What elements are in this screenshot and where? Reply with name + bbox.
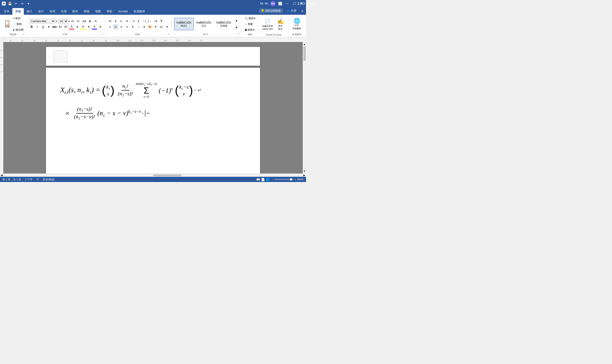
ribbon-expand-button[interactable]: ∧ <box>300 8 305 13</box>
minimize-button[interactable]: ─ <box>285 1 290 6</box>
document-scroll[interactable]: Xe1(s, n1, k1) = ( k1 s ) <box>3 42 303 173</box>
scroll-up-button[interactable]: ▲ <box>303 42 306 46</box>
share-button[interactable]: 👤 共享 <box>284 8 299 14</box>
line-spacing-dropdown[interactable]: ▾ <box>141 24 147 29</box>
copy-button[interactable]: 📄 复制 <box>12 21 25 26</box>
view-print-button[interactable]: 📄 <box>261 178 265 181</box>
undo-button[interactable]: ↩ <box>13 1 19 6</box>
underline-button[interactable]: U <box>41 24 46 29</box>
tab-acrobat[interactable]: Acrobat <box>115 8 131 15</box>
borders-dropdown[interactable]: ▾ <box>165 24 170 29</box>
styles-expand-icon[interactable]: ↘ <box>237 32 239 36</box>
scroll-right-button[interactable]: ▶ <box>303 174 306 177</box>
scroll-down-button[interactable]: ▼ <box>303 169 306 173</box>
tab-help[interactable]: 帮助 <box>104 8 115 15</box>
clipboard-expand-icon[interactable]: ↘ <box>23 32 25 36</box>
scroll-thumb[interactable] <box>303 47 306 61</box>
font-color-button[interactable]: A <box>69 24 74 29</box>
ribbon-collapse-button[interactable]: ⬜ <box>278 1 283 6</box>
tab-design[interactable]: 设计 <box>35 8 47 15</box>
tab-layout[interactable]: 布局 <box>47 8 58 15</box>
superscript-button[interactable]: X2 <box>63 24 69 29</box>
zoom-in-button[interactable]: + <box>294 178 296 181</box>
tab-file[interactable]: 文件 <box>1 8 12 15</box>
request-sign-button[interactable]: ✍ 请求签名 <box>274 18 286 31</box>
styles-scroll-up[interactable]: ▲ <box>234 18 239 23</box>
show-formatting-button[interactable]: ¶ <box>159 19 164 24</box>
tab-home[interactable]: 开始 <box>12 8 24 15</box>
subscript-button[interactable]: X2 <box>57 24 63 29</box>
zoom-slider[interactable] <box>274 179 293 180</box>
borders-button[interactable]: ⊡ <box>159 24 164 29</box>
font-expand-icon[interactable]: ↘ <box>101 32 103 36</box>
save-button[interactable]: 💾 <box>7 1 12 6</box>
select-dropdown[interactable]: ▾ <box>253 28 255 31</box>
tab-youdao[interactable]: 有道翻译 <box>131 8 148 15</box>
cut-button[interactable]: ✂ 剪切 <box>12 16 25 21</box>
search-operation-box[interactable]: 💡 操作说明搜索 <box>259 9 283 13</box>
quick-access-dropdown[interactable]: ▾ <box>26 1 31 6</box>
view-web-button[interactable]: 🌐 <box>266 178 270 181</box>
italic-button[interactable]: I <box>35 24 40 29</box>
strikethrough-button[interactable]: abc <box>52 24 57 29</box>
zoom-out-button[interactable]: − <box>272 178 273 181</box>
create-pdf-button[interactable]: 📄 创建并共享Adobe PDF <box>261 18 274 31</box>
font-size-dropdown-icon[interactable]: ▾ <box>69 20 70 23</box>
tab-review[interactable]: 审阅 <box>81 8 92 15</box>
align-left-button[interactable]: ≡ <box>107 24 112 29</box>
clear-format-button[interactable]: A̶ <box>87 19 93 24</box>
style-item-1[interactable]: AaBbCcDc 样式1 <box>174 18 194 30</box>
highlight-dropdown[interactable]: ▾ <box>86 24 91 29</box>
multilevel-dropdown[interactable]: ▾ <box>136 19 141 24</box>
tab-references[interactable]: 引用 <box>58 8 70 15</box>
styles-scroll-down[interactable]: ▼ <box>234 25 239 30</box>
font-family-select[interactable]: Cambria Mat <box>29 19 55 24</box>
decrease-font-button[interactable]: A- <box>76 19 81 24</box>
format-painter-button[interactable]: 🖌 格式刷 <box>12 27 25 32</box>
font-color-dropdown[interactable]: ▾ <box>75 24 80 29</box>
font-size-select[interactable]: 小四 <box>57 19 68 24</box>
align-center-button[interactable]: ≡ <box>113 24 118 29</box>
view-read-button[interactable]: 📖 <box>256 178 260 181</box>
numbering-dropdown[interactable]: ▾ <box>125 19 130 24</box>
redo-button[interactable]: ↪ <box>19 1 25 6</box>
underline-dropdown[interactable]: ▾ <box>46 24 51 29</box>
bold-button[interactable]: B <box>29 24 34 29</box>
font-family-dropdown-icon[interactable]: ▾ <box>56 20 57 23</box>
tab-view[interactable]: 视图 <box>92 8 104 15</box>
justify-dropdown[interactable]: ▾ <box>130 24 135 29</box>
style-item-normal[interactable]: AaBbCcDc 正文 <box>194 18 214 30</box>
align-right-button[interactable]: ≡ <box>119 24 124 29</box>
paste-button[interactable]: 📋 粘贴 <box>3 18 11 30</box>
sort-button[interactable]: ↕A <box>153 19 158 24</box>
bullets-button[interactable]: ≡• <box>107 19 112 24</box>
tab-insert[interactable]: 插入 <box>24 8 35 15</box>
tab-mail[interactable]: 邮件 <box>70 8 81 15</box>
change-case-button[interactable]: Aa <box>82 19 87 24</box>
highlight-button[interactable]: A <box>80 24 86 29</box>
numbering-button[interactable]: 1. <box>119 19 124 24</box>
horizontal-scrollbar[interactable] <box>3 174 303 177</box>
select-button[interactable]: ▣ 选择 ▾ <box>244 27 256 32</box>
font-fill-dropdown[interactable]: ▾ <box>97 24 103 29</box>
increase-font-button[interactable]: A+ <box>70 19 75 24</box>
hscroll-thumb[interactable] <box>153 174 181 176</box>
paragraph-expand-icon[interactable]: ↘ <box>168 32 170 36</box>
font-fill-button[interactable]: A <box>92 24 97 29</box>
justify-button[interactable]: ≡ <box>125 24 130 29</box>
shading-button[interactable]: 🎨 <box>147 24 153 29</box>
find-dropdown[interactable]: ▾ <box>254 17 256 20</box>
decrease-indent-button[interactable]: ←| <box>141 19 147 24</box>
bullets-dropdown[interactable]: ▾ <box>113 19 118 24</box>
text-effects-button[interactable]: A <box>93 19 98 24</box>
maximize-button[interactable]: ☐ <box>292 1 297 6</box>
multilevel-list-button[interactable]: ⁛≡ <box>130 19 135 24</box>
shading-dropdown[interactable]: ▾ <box>153 24 158 29</box>
scroll-left-button[interactable]: ◀ <box>0 174 3 177</box>
find-button[interactable]: 🔍 查找 ▾ <box>244 16 256 21</box>
replace-button[interactable]: ↔ 替换 <box>244 21 254 26</box>
youdao-translate-button[interactable]: 🌐 打开有道翻译 <box>291 18 303 30</box>
style-item-no-space[interactable]: AaBbCcDc 无间隔 <box>214 18 233 30</box>
line-spacing-button[interactable]: ↕ <box>136 24 141 29</box>
increase-indent-button[interactable]: |→ <box>147 19 153 24</box>
